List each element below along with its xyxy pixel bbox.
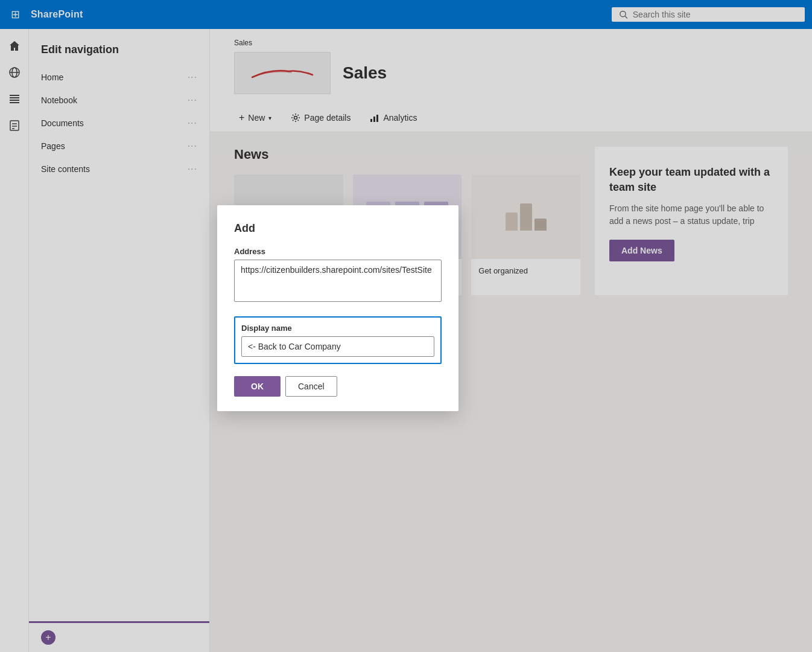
display-name-input[interactable] [241, 336, 434, 357]
cancel-button[interactable]: Cancel [285, 376, 337, 397]
address-input[interactable]: https://citizenbuilders.sharepoint.com/s… [234, 260, 442, 302]
modal-overlay: Add Address https://citizenbuilders.shar… [0, 0, 812, 652]
address-label: Address [234, 247, 442, 256]
add-link-modal: Add Address https://citizenbuilders.shar… [217, 205, 458, 411]
display-name-label: Display name [241, 324, 434, 333]
modal-buttons: OK Cancel [234, 376, 442, 397]
modal-title: Add [234, 222, 442, 235]
ok-button[interactable]: OK [234, 376, 281, 397]
display-name-group: Display name [234, 316, 442, 364]
